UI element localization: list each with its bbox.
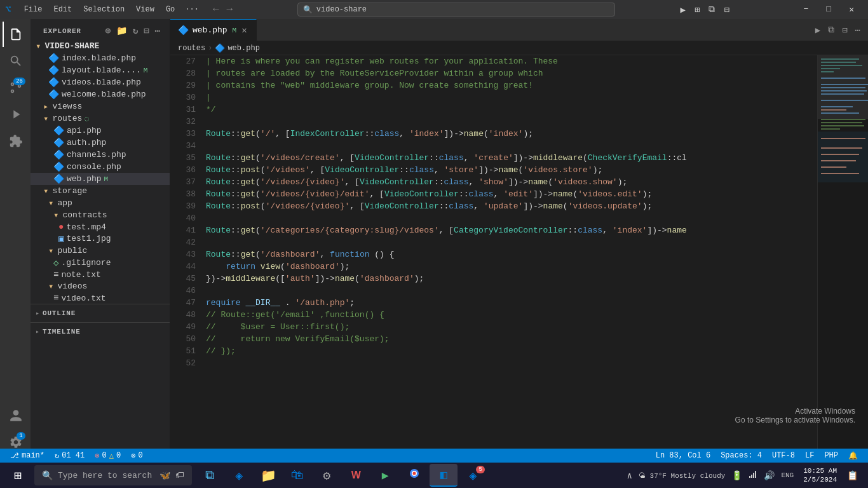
tree-item-viewss[interactable]: ▸ viewss <box>31 100 170 112</box>
tab-close-button[interactable]: ✕ <box>240 25 248 36</box>
tree-item-web[interactable]: 🔷 web.php M <box>31 173 170 185</box>
taskbar-wamp[interactable]: W <box>342 464 370 487</box>
modified-badge: ◌ <box>85 114 89 123</box>
taskbar-task-view[interactable]: ⧉ <box>196 464 224 487</box>
close-button[interactable]: ✕ <box>840 2 863 17</box>
code-line-32 <box>206 116 817 128</box>
taskbar-edge[interactable]: ◈ <box>225 464 253 487</box>
status-language[interactable]: PHP <box>819 449 843 463</box>
line-num: 35 <box>170 152 196 164</box>
tree-item-index[interactable]: 🔷 index.blade.php <box>31 52 170 64</box>
status-errors[interactable]: ⊗ 0 △ 0 <box>90 449 126 463</box>
status-bell[interactable]: 🔔 <box>843 449 863 463</box>
start-button[interactable]: ⊞ <box>3 464 33 487</box>
battery-icon[interactable]: 🔋 <box>729 470 744 481</box>
activity-extensions[interactable] <box>3 128 28 154</box>
breadcrumb-routes[interactable]: routes <box>178 44 205 53</box>
activity-explorer[interactable] <box>3 22 28 47</box>
status-spaces[interactable]: Spaces: 4 <box>715 449 767 463</box>
taskbar-search[interactable]: 🔍 Type here to search 🦋 🏷 <box>34 465 192 485</box>
tree-item-videotxt[interactable]: ≡ video.txt <box>31 292 170 304</box>
breadcrumb-file[interactable]: 🔷 web.php <box>215 43 259 53</box>
tree-item-notetxt[interactable]: ≡ note.txt <box>31 269 170 280</box>
tabs-bar: 🔷 web.php M ✕ ▶ ⧉ ⊟ ⋯ <box>170 19 868 41</box>
menu-go[interactable]: Go <box>161 4 180 15</box>
volume-icon[interactable]: 🔊 <box>762 470 776 481</box>
hidden-icons-button[interactable]: ∧ <box>625 470 634 481</box>
tree-item-auth[interactable]: 🔷 auth.php <box>31 137 170 149</box>
tree-item-videos-blade[interactable]: 🔷 videos.blade.php <box>31 76 170 88</box>
weather-tray-icon[interactable]: 🌤 37°F Mostly cloudy <box>637 471 727 480</box>
taskbar-store[interactable]: 🛍 <box>283 464 311 487</box>
notification-center-icon[interactable]: 📋 <box>844 470 860 481</box>
tab-web-php[interactable]: 🔷 web.php M ✕ <box>170 19 257 41</box>
taskbar-explorer[interactable]: 📁 <box>254 464 282 487</box>
menu-selection[interactable]: Selection <box>78 4 130 15</box>
status-sync[interactable]: ↻ 01 41 <box>50 449 90 463</box>
new-folder-icon[interactable]: 📁 <box>115 24 129 37</box>
global-search[interactable]: 🔍 video-share <box>297 3 615 17</box>
tree-item-storage[interactable]: ▾ storage <box>31 185 170 197</box>
layout-more-icon[interactable]: ⊟ <box>721 3 732 17</box>
tree-item-contracts[interactable]: ▾ contracts <box>31 209 170 221</box>
menu-view[interactable]: View <box>131 4 159 15</box>
status-ln-col[interactable]: Ln 83, Col 6 <box>651 449 715 463</box>
timeline-label: TIMELINE <box>43 328 81 336</box>
toggle-panel-icon[interactable]: ⊟ <box>839 22 850 38</box>
menu-more[interactable]: ··· <box>181 4 203 15</box>
maximize-button[interactable]: □ <box>817 2 840 17</box>
taskbar-vscode[interactable]: ◧ <box>430 464 458 487</box>
tree-item-routes[interactable]: ▾ routes ◌ <box>31 112 170 125</box>
status-remote[interactable]: ⊗ 0 <box>126 449 147 463</box>
forward-button[interactable]: → <box>224 3 236 17</box>
layout-right-icon[interactable]: ⧉ <box>705 3 718 16</box>
line-num: 52 <box>170 357 196 369</box>
svg-rect-31 <box>755 471 756 478</box>
code-line-50: // return new VerifyEmail($user); <box>206 333 817 345</box>
tree-item-console[interactable]: 🔷 console.php <box>31 161 170 173</box>
tree-item-api[interactable]: 🔷 api.php <box>31 125 170 137</box>
outline-header[interactable]: ▸ OUTLINE <box>31 307 170 320</box>
tree-item-videos-folder[interactable]: ▾ videos <box>31 280 170 292</box>
tree-item-layout[interactable]: 🔷 layout.blade.... M <box>31 64 170 76</box>
run-icon[interactable]: ▶ <box>677 3 689 17</box>
tree-item-app[interactable]: ▾ app <box>31 197 170 209</box>
lang-icon[interactable]: ENG <box>779 471 796 479</box>
layout-left-icon[interactable]: ⊞ <box>691 3 703 17</box>
status-encoding[interactable]: UTF-8 <box>767 449 800 463</box>
status-branch[interactable]: ⎇ main* <box>5 449 50 463</box>
taskbar-edge2[interactable]: ◈ 5 <box>459 464 487 487</box>
menu-file[interactable]: File <box>19 4 48 15</box>
timeline-header[interactable]: ▸ TIMELINE <box>31 325 170 338</box>
menu-edit[interactable]: Edit <box>48 4 77 15</box>
taskbar-terminal[interactable]: ▶ <box>371 464 399 487</box>
taskbar-chrome[interactable] <box>400 464 428 487</box>
collapse-all-icon[interactable]: ⊟ <box>142 24 151 37</box>
activity-search[interactable] <box>3 48 28 74</box>
tree-item-testmp4[interactable]: ● test.mp4 <box>31 221 170 233</box>
tree-item-channels[interactable]: 🔷 channels.php <box>31 149 170 161</box>
minimize-button[interactable]: − <box>795 2 818 17</box>
new-file-icon[interactable]: ⊕ <box>104 24 112 37</box>
taskbar-clock[interactable]: 10:25 AM 2/5/2024 <box>798 466 842 485</box>
tree-root[interactable]: ▾ VIDEO-SHARE <box>31 40 170 52</box>
code-editor[interactable]: | Here is where you can register web rou… <box>201 55 817 460</box>
network-icon[interactable] <box>747 470 759 481</box>
tree-item-testjpg[interactable]: ▣ test1.jpg <box>31 233 170 245</box>
tree-item-welcome[interactable]: 🔷 welcome.blade.php <box>31 88 170 100</box>
more-actions-icon[interactable]: ⋯ <box>853 22 863 38</box>
minimap[interactable] <box>817 55 868 460</box>
run-file-icon[interactable]: ▶ <box>813 22 823 38</box>
taskbar-apps: ⧉ ◈ 📁 🛍 ⚙ W ▶ ◧ ◈ 5 <box>196 464 487 487</box>
refresh-explorer-icon[interactable]: ↻ <box>132 24 140 37</box>
activity-run[interactable] <box>3 102 28 127</box>
activity-account[interactable] <box>3 403 28 428</box>
tree-item-public[interactable]: ▾ public <box>31 245 170 257</box>
taskbar-settings[interactable]: ⚙ <box>313 464 341 487</box>
more-explorer-icon[interactable]: ⋯ <box>154 24 162 37</box>
split-editor-icon[interactable]: ⧉ <box>825 22 837 37</box>
activity-source-control[interactable]: 26 <box>3 75 28 100</box>
tree-item-gitignore[interactable]: ◇ .gitignore <box>31 257 170 269</box>
back-button[interactable]: ← <box>210 3 222 17</box>
status-line-ending[interactable]: LF <box>800 449 819 463</box>
